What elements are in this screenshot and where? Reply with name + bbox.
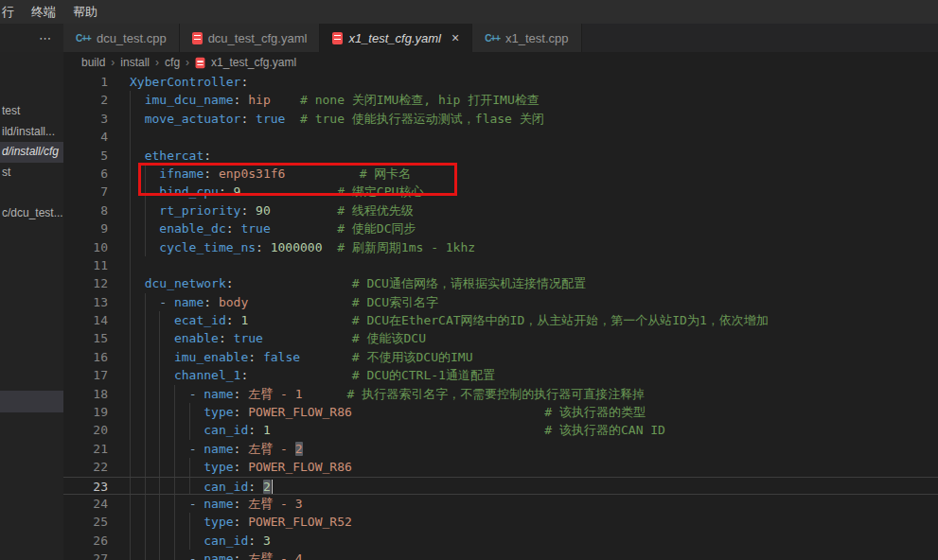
line-number: 5 [63, 147, 123, 165]
panel-header: ⋯ [0, 24, 63, 52]
line-number: 3 [63, 110, 123, 128]
code-line[interactable]: 21 - name: 左臂 - 2 [63, 440, 938, 458]
code-line[interactable]: 13 - name: body # DCU索引名字 [63, 293, 938, 311]
line-number: 19 [63, 403, 123, 421]
line-number: 2 [63, 91, 123, 109]
tab-x1_test_cfg-yaml-active[interactable]: x1_test_cfg.yaml × [320, 24, 472, 52]
tab-dcu_test_cfg-yaml[interactable]: dcu_test_cfg.yaml [180, 24, 321, 52]
code-line[interactable]: 19 type: POWER_FLOW_R86 # 该执行器的类型 [63, 403, 938, 421]
line-text: enable: true # 使能该DCU [123, 329, 938, 347]
left-panel-item[interactable]: test [0, 101, 63, 122]
left-panel: ⋯ testild/install...d/install/cfgstc/dcu… [0, 24, 63, 560]
code-line[interactable]: 20 can_id: 1 # 该执行器的CAN ID [63, 421, 938, 439]
breadcrumb-item-install[interactable]: install [120, 56, 150, 69]
code-line[interactable]: 23 can_id: 2 [63, 477, 938, 495]
line-text: cycle_time_ns: 1000000 # 刷新周期1ms - 1khz [123, 238, 938, 256]
cpp-file-icon: C++ [485, 33, 500, 44]
code-line[interactable]: 1XyberController: [63, 73, 938, 91]
chevron-right-icon: › [111, 56, 115, 69]
code-line[interactable]: 22 type: POWER_FLOW_R86 [63, 458, 938, 476]
code-line[interactable]: 5 ethercat: [63, 147, 938, 165]
line-number: 6 [63, 165, 123, 183]
line-number: 25 [63, 513, 123, 531]
code-line[interactable]: 6 ifname: enp0s31f6 # 网卡名 [63, 165, 938, 183]
line-text: bind_cpu: 9 # 绑定CPU核心 [123, 183, 938, 201]
breadcrumb-item-cfg[interactable]: cfg [165, 56, 180, 69]
line-text: - name: 左臂 - 4 [123, 550, 938, 560]
code-line[interactable]: 10 cycle_time_ns: 1000000 # 刷新周期1ms - 1k… [63, 238, 938, 256]
line-number: 22 [63, 458, 123, 476]
line-text: imu_enable: false # 不使用该DCU的IMU [123, 348, 938, 366]
line-number: 1 [63, 73, 123, 91]
cpp-file-icon: C++ [76, 33, 91, 44]
code-line[interactable]: 15 enable: true # 使能该DCU [63, 329, 938, 347]
left-panel-item[interactable]: st [0, 163, 63, 184]
menu-bar: 行终端帮助 [0, 0, 938, 24]
line-text: ecat_id: 1 # DCU在EtherCAT网络中的ID，从主站开始，第一… [123, 311, 938, 329]
menu-item[interactable]: 帮助 [64, 4, 106, 21]
line-number: 27 [63, 550, 123, 560]
chevron-right-icon: › [186, 56, 189, 69]
left-panel-highlight-row[interactable] [0, 391, 63, 412]
workbench: ⋯ testild/install...d/install/cfgstc/dcu… [0, 24, 938, 560]
code-line[interactable]: 4 [63, 128, 938, 146]
line-number: 7 [63, 183, 123, 201]
line-text: ifname: enp0s31f6 # 网卡名 [123, 165, 938, 183]
code-line[interactable]: 3 move_actuator: true # true 使能执行器运动测试，f… [63, 110, 938, 128]
line-number: 9 [63, 219, 123, 237]
breadcrumb-item-file[interactable]: x1_test_cfg.yaml [211, 56, 296, 69]
code-line[interactable]: 18 - name: 左臂 - 1 # 执行器索引名字，不需要控制的执行器可直接… [63, 385, 938, 403]
line-text: rt_priority: 90 # 线程优先级 [123, 201, 938, 219]
editor-group: C++ dcu_test.cpp dcu_test_cfg.yaml x1_te… [63, 24, 938, 560]
tab-label: dcu_test_cfg.yaml [208, 31, 308, 45]
line-text: XyberController: [123, 73, 938, 91]
code-line[interactable]: 9 enable_dc: true # 使能DC同步 [63, 219, 938, 237]
yaml-file-icon [332, 32, 343, 44]
line-text: dcu_network: # DCU通信网络，请根据实机连接情况配置 [123, 274, 938, 292]
line-number: 4 [63, 128, 123, 146]
code-lines: 1XyberController:2 imu_dcu_name: hip # n… [63, 73, 938, 560]
line-number: 15 [63, 329, 123, 347]
more-actions-icon[interactable]: ⋯ [39, 31, 52, 45]
line-text: can_id: 2 [123, 478, 938, 494]
line-number: 20 [63, 421, 123, 439]
line-text [123, 128, 938, 146]
menu-item[interactable]: 终端 [23, 4, 64, 21]
code-line[interactable]: 24 - name: 左臂 - 3 [63, 495, 938, 513]
line-text: channel_1: # DCU的CTRL-1通道配置 [123, 366, 938, 384]
code-line[interactable]: 7 bind_cpu: 9 # 绑定CPU核心 [63, 183, 938, 201]
code-line[interactable]: 14 ecat_id: 1 # DCU在EtherCAT网络中的ID，从主站开始… [63, 311, 938, 329]
line-text: - name: 左臂 - 1 # 执行器索引名字，不需要控制的执行器可直接注释掉 [123, 385, 938, 403]
close-icon[interactable]: × [451, 31, 459, 44]
chevron-right-icon: › [155, 56, 159, 69]
code-line[interactable]: 16 imu_enable: false # 不使用该DCU的IMU [63, 348, 938, 366]
code-line[interactable]: 17 channel_1: # DCU的CTRL-1通道配置 [63, 366, 938, 384]
line-text: can_id: 1 # 该执行器的CAN ID [123, 421, 938, 439]
text-cursor [272, 480, 274, 494]
line-number: 13 [63, 293, 123, 311]
code-line[interactable]: 12 dcu_network: # DCU通信网络，请根据实机连接情况配置 [63, 274, 938, 292]
code-line[interactable]: 11 [63, 256, 938, 274]
tab-x1_test-cpp[interactable]: C++ x1_test.cpp [472, 24, 581, 52]
yaml-file-icon [196, 57, 205, 68]
code-line[interactable]: 26 can_id: 3 [63, 532, 938, 550]
code-line[interactable]: 8 rt_priority: 90 # 线程优先级 [63, 201, 938, 219]
line-number: 8 [63, 201, 123, 219]
code-editor[interactable]: 1XyberController:2 imu_dcu_name: hip # n… [63, 73, 938, 560]
line-text: type: POWER_FLOW_R52 [123, 513, 938, 531]
line-number: 21 [63, 440, 123, 458]
left-panel-list: testild/install...d/install/cfgstc/dcu_t… [0, 101, 63, 224]
line-number: 11 [63, 256, 123, 274]
tab-label: dcu_test.cpp [97, 31, 167, 45]
left-panel-item[interactable]: ild/install... [0, 122, 63, 143]
line-number: 14 [63, 311, 123, 329]
left-panel-item[interactable]: c/dcu_test... [0, 203, 63, 224]
line-text: - name: 左臂 - 3 [123, 495, 938, 513]
menu-item[interactable]: 行 [0, 4, 23, 21]
left-panel-item[interactable]: d/install/cfg [0, 142, 63, 163]
code-line[interactable]: 27 - name: 左臂 - 4 [63, 550, 938, 560]
tab-dcu_test-cpp[interactable]: C++ dcu_test.cpp [63, 24, 180, 52]
code-line[interactable]: 25 type: POWER_FLOW_R52 [63, 513, 938, 531]
breadcrumb-item-build[interactable]: build [81, 56, 105, 69]
code-line[interactable]: 2 imu_dcu_name: hip # none 关闭IMU检查, hip … [63, 91, 938, 109]
